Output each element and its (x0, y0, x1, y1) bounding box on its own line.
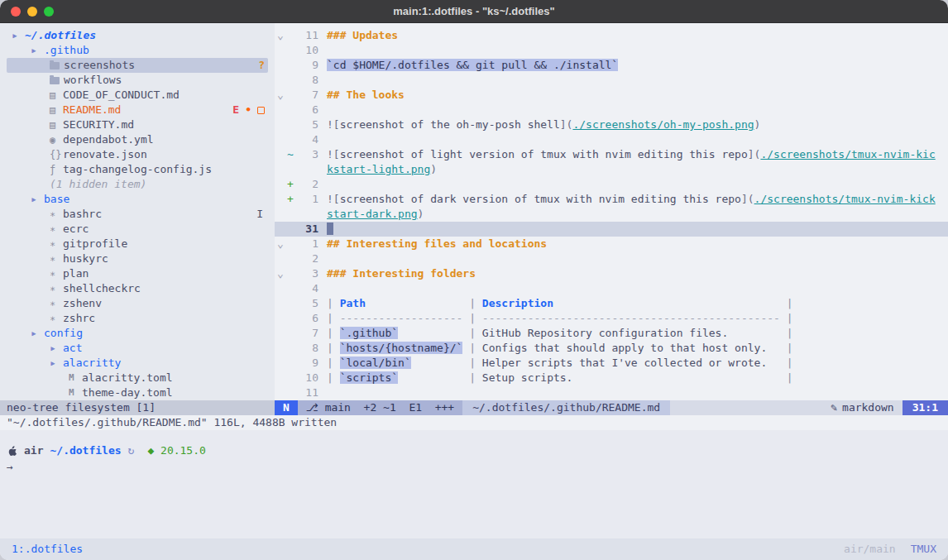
editor-line[interactable]: ⌄11### Updates (275, 28, 948, 43)
tree-item-workflows[interactable]: workflows (7, 73, 268, 88)
editor-line[interactable]: 10| `scripts` | Setup scripts. | (275, 371, 948, 385)
editor-line[interactable]: 5![screenshot of the oh-my-posh shell](.… (275, 117, 948, 132)
text-segment: screenshot of dark version of tmux with … (340, 193, 741, 205)
line-text: | `hosts/{hostname}/` | Configs that sho… (318, 341, 948, 356)
fold-marker-icon[interactable]: ⌄ (275, 88, 287, 103)
tree-item-config[interactable]: ▸config (7, 326, 268, 341)
tree-item-base[interactable]: ▸base (7, 192, 268, 207)
fold-marker-icon[interactable]: ⌄ (275, 266, 287, 281)
editor-line[interactable]: +1![screenshot of dark version of tmux w… (275, 192, 948, 207)
tree-item-zshrc[interactable]: ∗zshrc (7, 311, 268, 326)
tree-item-theme-day-toml[interactable]: Mtheme-day.toml (7, 385, 268, 400)
minimize-button[interactable] (27, 7, 37, 17)
tmux-pane-nvim: ▸~/.dotfiles▸.githubscreenshots?workflow… (0, 23, 948, 400)
fold-marker-icon (275, 296, 287, 311)
fold-marker-icon[interactable]: ⌄ (275, 28, 287, 43)
editor-line[interactable]: 9`cd $HOME/.dotfiles && git pull && ./in… (275, 58, 948, 73)
chevron-right-icon[interactable]: ▸ (31, 192, 44, 207)
line-text (318, 103, 948, 117)
editor-line[interactable]: start-dark.png) (275, 207, 948, 222)
git-sign (287, 43, 297, 58)
editor-line[interactable]: +2 (275, 177, 948, 192)
tree-item-security-md[interactable]: ▤SECURITY.md (7, 117, 268, 132)
tree-item-alacritty-toml[interactable]: Malacritty.toml (7, 371, 268, 385)
editor-line[interactable]: 31 (275, 222, 948, 237)
chevron-right-icon[interactable]: ▸ (50, 341, 63, 356)
tree-item-huskyrc[interactable]: ∗huskyrc (7, 251, 268, 266)
editor-line[interactable]: ⌄7## The looks (275, 88, 948, 103)
editor-line[interactable]: ⌄1## Interesting files and locations (275, 237, 948, 251)
editor-line[interactable]: 4 (275, 281, 948, 296)
chevron-right-icon[interactable]: ▸ (31, 326, 44, 341)
editor-line[interactable]: 10 (275, 43, 948, 58)
text-segment (780, 312, 787, 324)
text-segment (476, 312, 482, 324)
text-segment: `cd $HOME/.dotfiles && git pull && ./ins… (327, 59, 618, 71)
prompt-path: ~/.dotfiles (50, 443, 121, 458)
fold-marker-icon[interactable]: ⌄ (275, 237, 287, 251)
fold-marker-icon (275, 117, 287, 132)
line-number: 6 (297, 103, 318, 117)
tmux-window-name[interactable]: 1:.dotfiles (12, 542, 83, 557)
chevron-right-icon[interactable]: ▸ (31, 43, 44, 58)
text-segment: Path (340, 297, 366, 309)
tree-item-shellcheckrc[interactable]: ∗shellcheckrc (7, 281, 268, 296)
editor-line[interactable]: 9| `local/bin` | Helper scripts that I'v… (275, 356, 948, 371)
tree-item-plan[interactable]: ∗plan (7, 266, 268, 281)
editor-line[interactable]: 4 (275, 132, 948, 147)
git-sign (287, 251, 297, 266)
tree-item-dotfiles[interactable]: ▸~/.dotfiles (7, 28, 268, 43)
editor-line[interactable]: 11 (275, 385, 948, 400)
neo-tree-panel[interactable]: ▸~/.dotfiles▸.githubscreenshots?workflow… (0, 23, 275, 400)
editor-line[interactable]: kstart-light.png) (275, 162, 948, 177)
prompt-arrow-icon: → (7, 461, 13, 473)
text-segment (767, 342, 786, 354)
editor-line[interactable]: 6| ------------------- | ---------------… (275, 311, 948, 326)
editor-line[interactable]: 2 (275, 251, 948, 266)
line-text (318, 73, 948, 88)
editor-line[interactable]: ~3![screenshot of light version of tmux … (275, 147, 948, 162)
command-line-message: "~/.dotfiles/.github/README.md" 116L, 44… (0, 415, 948, 430)
chevron-right-icon[interactable]: ▸ (12, 28, 25, 43)
tree-item-tag-changelog-config-js[interactable]: ƒtag-changelog-config.js (7, 162, 268, 177)
prompt-host: air (24, 443, 43, 458)
chevron-right-icon[interactable]: ▸ (50, 356, 63, 371)
tree-item-gitprofile[interactable]: ∗gitprofile (7, 237, 268, 251)
fold-marker-icon (275, 147, 287, 162)
text-segment: | (787, 357, 793, 369)
fullscreen-button[interactable] (44, 7, 54, 17)
tree-item-label: gitprofile (63, 237, 127, 251)
node-version: 20.15.0 (160, 444, 206, 457)
close-button[interactable] (11, 7, 21, 17)
tree-item-label: config (44, 326, 83, 341)
prompt-input-line[interactable]: → (7, 460, 948, 475)
tree-item-github[interactable]: ▸.github (7, 43, 268, 58)
tree-item-code-of-conduct-md[interactable]: ▤CODE_OF_CONDUCT.md (7, 88, 268, 103)
editor-line[interactable]: 7| `.github` | GitHub Repository configu… (275, 326, 948, 341)
shell-pane[interactable]: air ~/.dotfiles ↻ ◆ 20.15.0 → (0, 430, 948, 538)
line-text: kstart-light.png) (318, 162, 948, 177)
tree-item-label: SECURITY.md (63, 117, 134, 132)
tree-item-dependabot-yml[interactable]: ◉dependabot.yml (7, 132, 268, 147)
tree-item-ecrc[interactable]: ∗ecrc (7, 222, 268, 237)
editor-line[interactable]: 8 (275, 73, 948, 88)
tree-item-1-hidden-item[interactable]: (1 hidden item) (7, 177, 268, 192)
tree-item-renovate-json[interactable]: {}renovate.json (7, 147, 268, 162)
tree-item-zshenv[interactable]: ∗zshenv (7, 296, 268, 311)
editor-line[interactable]: 5| Path | Description | (275, 296, 948, 311)
tree-item-act[interactable]: ▸act (7, 341, 268, 356)
editor-line[interactable]: ⌄3### Interesting folders (275, 266, 948, 281)
fold-marker-icon (275, 251, 287, 266)
tree-item-readme-md[interactable]: ▤README.mdE• (7, 103, 268, 117)
git-sign (287, 28, 297, 43)
editor-pane[interactable]: ⌄11### Updates109`cd $HOME/.dotfiles && … (275, 23, 948, 400)
text-segment (476, 357, 482, 369)
tree-item-alacritty[interactable]: ▸alacritty (7, 356, 268, 371)
text-segment (333, 327, 340, 339)
text-segment: `hosts/{hostname}/` (340, 342, 463, 354)
git-sign (287, 103, 297, 117)
editor-line[interactable]: 6 (275, 103, 948, 117)
tree-item-bashrc[interactable]: ∗bashrcI (7, 207, 268, 222)
editor-line[interactable]: 8| `hosts/{hostname}/` | Configs that sh… (275, 341, 948, 356)
tree-item-screenshots[interactable]: screenshots? (7, 58, 268, 73)
